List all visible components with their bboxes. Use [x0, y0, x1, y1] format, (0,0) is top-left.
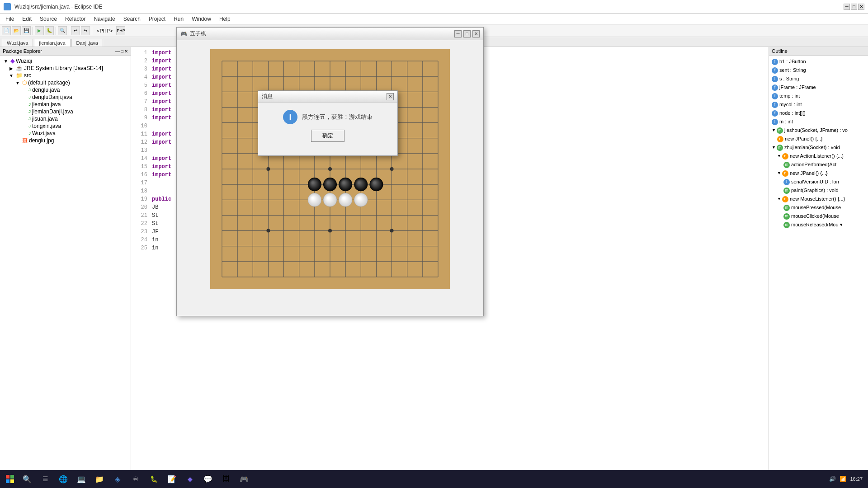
taskbar-game[interactable]: 🎮 [236, 472, 252, 486]
java-icon: J [28, 124, 31, 128]
tab-danji[interactable]: Danji.java [71, 39, 103, 47]
minimize-button[interactable]: ─ [844, 4, 850, 10]
menu-window[interactable]: Window [188, 15, 215, 23]
taskbar-files[interactable]: 📁 [91, 472, 108, 486]
toolbar-search[interactable]: 🔍 [58, 26, 67, 35]
game-board-canvas[interactable] [210, 49, 450, 289]
expand-icon[interactable]: ▼ [772, 127, 777, 134]
tree-item-wuziqi[interactable]: ▼ ◆ Wuziqi [2, 57, 129, 65]
taskbar-taskview[interactable]: ☰ [37, 472, 53, 486]
tree-item-denglu-jpg[interactable]: 🖼 denglu.jpg [2, 137, 129, 144]
toolbar-debug[interactable]: 🐛 [45, 26, 54, 35]
toolbar-open[interactable]: 📂 [12, 26, 21, 35]
toolbar-run[interactable]: ▶ [35, 26, 44, 35]
panel-minimize[interactable]: — [115, 49, 120, 54]
tree-label: tongxin.java [32, 123, 61, 129]
menu-project[interactable]: Project [145, 15, 169, 23]
toolbar-php[interactable]: PHP [116, 26, 125, 35]
taskbar-search[interactable]: 🔍 [19, 472, 35, 486]
game-window: 🎮 五子棋 ─ □ ✕ [176, 27, 484, 316]
start-button[interactable] [2, 472, 18, 486]
expand-icon [21, 123, 27, 129]
menu-source[interactable]: Source [36, 15, 61, 23]
taskbar-explorer[interactable]: 💻 [73, 472, 90, 486]
tree-item-dengludanji[interactable]: J dengluDanji.java [2, 94, 129, 101]
outline-item: f jFrame : JFrame [771, 83, 866, 92]
expand-icon [21, 87, 27, 93]
outline-item: f mycol : int [771, 100, 866, 109]
tree-label: Wuzi.java [32, 130, 56, 136]
tree-label: denglu.java [32, 87, 60, 93]
title-bar: Wuziqi/src/jiemian.java - Eclipse IDE ─ … [0, 0, 868, 14]
field-icon: f [783, 179, 790, 185]
menu-file[interactable]: File [2, 15, 18, 23]
app-icon [4, 3, 11, 10]
outline-content: f b1 : JButton f sent : String f s : Str… [769, 56, 868, 474]
menu-refactor[interactable]: Refactor [61, 15, 89, 23]
outline-label: actionPerformed(Act [791, 161, 836, 169]
panel-close[interactable]: ✕ [124, 49, 128, 54]
dialog-close-button[interactable]: ✕ [387, 93, 394, 100]
game-window-title: 五子棋 [190, 30, 454, 38]
taskbar-vscode[interactable]: ◈ [109, 472, 126, 486]
expand-icon [21, 94, 27, 100]
tree-item-jiemiandanji[interactable]: J jiemianDanji.java [2, 108, 129, 115]
window-controls[interactable]: ─ □ ✕ [844, 4, 864, 10]
panel-maximize[interactable]: □ [121, 49, 123, 54]
toolbar-save[interactable]: 💾 [22, 26, 31, 35]
expand-icon[interactable]: ▼ [772, 144, 777, 151]
expand-icon: ▶ [8, 65, 14, 71]
taskbar-clock: 16:27 [850, 476, 863, 482]
tree-item-tongxin[interactable]: J tongxin.java [2, 122, 129, 130]
image-icon: 🖼 [22, 137, 28, 144]
toolbar-btn2[interactable]: ↪ [81, 26, 90, 35]
method-icon: m [783, 213, 790, 220]
game-minimize-button[interactable]: ─ [454, 30, 462, 38]
outline-item: m mouseReleased(Mou ▾ [771, 221, 866, 229]
menu-help[interactable]: Help [216, 15, 234, 23]
taskbar-chat[interactable]: 💬 [200, 472, 216, 486]
taskbar: 🔍 ☰ 🌐 💻 📁 ◈ ♾ 🐛 📝 ◆ 💬 🖼 🎮 🔊 📶 16:27 [0, 470, 868, 488]
tree-item-denglu[interactable]: J denglu.java [2, 86, 129, 94]
menu-navigate[interactable]: Navigate [90, 15, 118, 23]
menu-search[interactable]: Search [120, 15, 144, 23]
tree-item-jisuan[interactable]: J jisuan.java [2, 115, 129, 122]
outline-item: f s : String [771, 75, 866, 83]
expand-icon [21, 101, 27, 108]
menu-edit[interactable]: Edit [19, 15, 35, 23]
tab-jiemian[interactable]: jiemian.java [34, 39, 70, 47]
game-maximize-button[interactable]: □ [463, 30, 471, 38]
new-icon: n [782, 153, 788, 160]
taskbar-debug[interactable]: 🐛 [146, 472, 162, 486]
outline-item: f serialVersionUID : lon [771, 178, 866, 186]
menu-run[interactable]: Run [170, 15, 187, 23]
taskbar-edge[interactable]: 🌐 [55, 472, 71, 486]
maximize-button[interactable]: □ [851, 4, 857, 10]
close-button[interactable]: ✕ [858, 4, 864, 10]
field-icon: f [772, 119, 778, 125]
toolbar-new[interactable]: 📄 [2, 26, 11, 35]
game-board-container [177, 40, 483, 298]
tree-item-default-pkg[interactable]: ▼ ⬡ (default package) [2, 79, 129, 86]
tree-item-jiemian[interactable]: J jiemian.java [2, 101, 129, 108]
outline-label: mycol : int [779, 101, 802, 108]
dialog-ok-button[interactable]: 确定 [311, 130, 344, 142]
tree-item-wuzi[interactable]: J Wuzi.java [2, 130, 129, 137]
tab-wuzi[interactable]: Wuzi.java [2, 39, 33, 47]
tree-item-src[interactable]: ▼ 📁 src [2, 72, 129, 79]
taskbar-photo[interactable]: 🖼 [218, 472, 234, 486]
tree-item-jre[interactable]: ▶ ☕ JRE System Library [JavaSE-14] [2, 65, 129, 72]
lib-icon: ☕ [16, 65, 23, 71]
expand-icon[interactable]: ▼ [777, 152, 782, 160]
taskbar-teams[interactable]: ◆ [182, 472, 198, 486]
taskbar-word[interactable]: 📝 [164, 472, 180, 486]
outline-item: f b1 : JButton [771, 57, 866, 66]
expand-icon[interactable]: ▼ [777, 195, 782, 203]
expand-icon[interactable]: ▼ [777, 169, 782, 177]
toolbar-sep1 [33, 27, 33, 35]
game-close-button[interactable]: ✕ [472, 30, 480, 38]
outline-label: s : String [779, 75, 799, 83]
expand-icon [21, 130, 27, 136]
taskbar-infinity[interactable]: ♾ [127, 472, 144, 486]
toolbar-btn1[interactable]: ↩ [71, 26, 80, 35]
